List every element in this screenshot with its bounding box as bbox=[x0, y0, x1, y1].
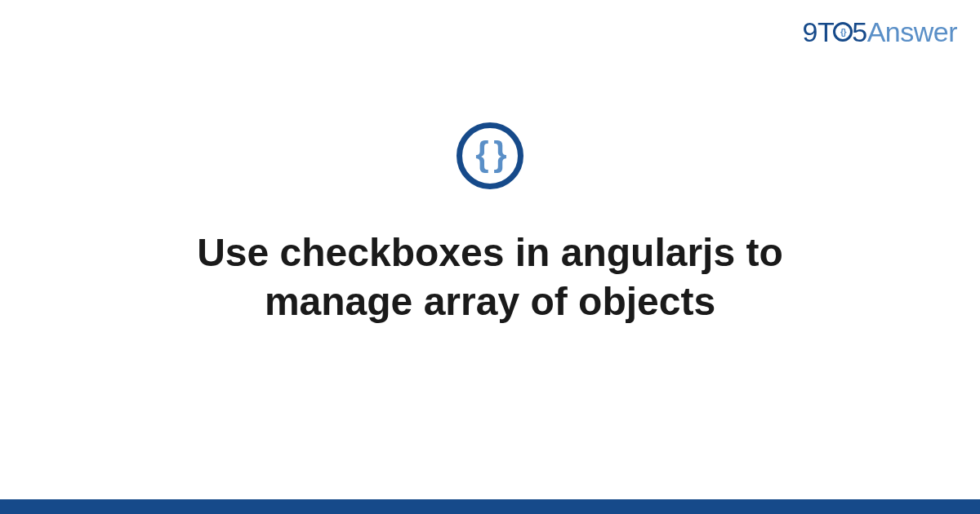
footer-accent-bar bbox=[0, 499, 980, 514]
topic-icon-circle: { } bbox=[457, 122, 523, 189]
curly-braces-icon: { } bbox=[475, 137, 504, 171]
page-title: Use checkboxes in angularjs to manage ar… bbox=[122, 228, 858, 326]
main-content: { } Use checkboxes in angularjs to manag… bbox=[0, 0, 980, 514]
